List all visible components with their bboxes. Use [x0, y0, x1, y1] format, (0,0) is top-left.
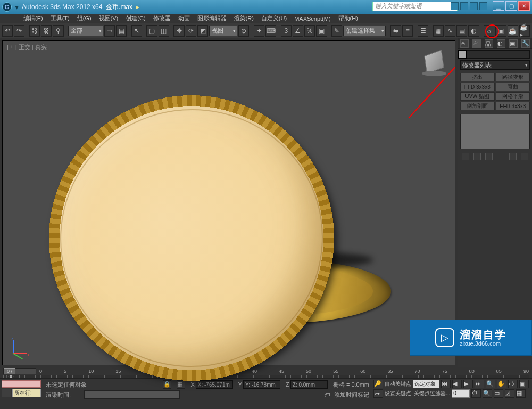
menu-customize[interactable]: 自定义(U): [258, 14, 290, 23]
menu-grapheditors[interactable]: 图形编辑器: [194, 14, 230, 23]
material-editor-button[interactable]: ◐: [468, 25, 479, 37]
object-color[interactable]: [458, 50, 467, 59]
maxscript-mini[interactable]: [2, 380, 41, 388]
key-big-icon[interactable]: 🗝: [373, 389, 383, 398]
menu-maxscript[interactable]: MAXScript(M): [291, 15, 334, 22]
close-button[interactable]: ✕: [518, 1, 530, 11]
frame-field[interactable]: 0: [452, 389, 470, 398]
percent-snap-button[interactable]: %: [304, 25, 315, 37]
manip-button[interactable]: ✦: [254, 25, 264, 37]
lock-icon[interactable]: [2, 389, 11, 397]
fov-icon[interactable]: ◿: [505, 389, 514, 398]
viewport[interactable]: [ + ] 正交 | 真实 ] zx: [2, 40, 455, 365]
refcoord-select[interactable]: 视图: [209, 26, 237, 36]
key-icon[interactable]: 🔑: [373, 380, 383, 388]
tag-icon[interactable]: 🏷: [324, 391, 330, 398]
mod-bend[interactable]: 弯曲: [496, 83, 530, 91]
app-logo[interactable]: G: [2, 2, 12, 12]
menu-help[interactable]: 帮助(H): [335, 14, 361, 23]
mod-meshsmooth[interactable]: 网格平滑: [496, 92, 530, 101]
select-name-button[interactable]: ▤: [116, 25, 127, 37]
pin-stack-icon[interactable]: [462, 153, 469, 160]
timeconfig-icon[interactable]: ⏱: [471, 389, 481, 398]
maximize-button[interactable]: ▢: [505, 1, 517, 11]
menu-edit[interactable]: 编辑(E): [20, 14, 46, 23]
play-start-icon[interactable]: ⏮: [441, 380, 451, 388]
menu-modifiers[interactable]: 修改器: [150, 14, 174, 23]
menu-animation[interactable]: 动画: [175, 14, 193, 23]
selection-filter[interactable]: 全部: [68, 26, 103, 36]
align-button[interactable]: ≡: [402, 25, 413, 37]
schematic-button[interactable]: ▤: [456, 25, 467, 37]
show-end-icon[interactable]: [473, 153, 481, 160]
menu-rendering[interactable]: 渲染(R): [231, 14, 257, 23]
layers-button[interactable]: ☰: [418, 25, 428, 37]
mod-extrude[interactable]: 挤出: [460, 73, 495, 81]
bind-button[interactable]: ⚲: [53, 25, 63, 37]
play-next-icon[interactable]: ⏭: [475, 380, 484, 388]
app-menu-icon[interactable]: ▾: [15, 3, 19, 11]
mod-uvw[interactable]: UVW 贴图: [460, 92, 495, 101]
script-listener[interactable]: [84, 390, 180, 399]
select-cursor-button[interactable]: ↖: [131, 25, 142, 37]
star-icon[interactable]: [470, 2, 478, 10]
time-slider-handle[interactable]: 0 / 100: [3, 368, 36, 374]
orbit-icon[interactable]: ⭯: [508, 380, 518, 388]
menu-tools[interactable]: 工具(T): [47, 14, 73, 23]
menu-group[interactable]: 组(G): [74, 14, 95, 23]
zoomext-icon[interactable]: ▭: [494, 389, 503, 398]
tab-utilities[interactable]: 🔧: [521, 39, 530, 48]
tab-display[interactable]: ▣: [509, 39, 518, 48]
render-button[interactable]: ☕: [508, 25, 518, 37]
add-time-tag[interactable]: 添加时间标记: [334, 391, 369, 399]
spinner-snap-button[interactable]: ▣: [316, 25, 327, 37]
move-button[interactable]: ✥: [173, 25, 184, 37]
rect-select-button[interactable]: ▢: [146, 25, 157, 37]
pivot-button[interactable]: ⊙: [238, 25, 249, 37]
zoom-icon[interactable]: 🔍: [486, 380, 495, 388]
minimize-button[interactable]: ▁: [493, 1, 504, 11]
make-unique-icon[interactable]: [485, 153, 493, 160]
keymode-button[interactable]: ⌨: [265, 25, 276, 37]
link-button[interactable]: ⛓: [29, 25, 40, 37]
y-coord[interactable]: Y: -16.78mm: [243, 380, 280, 389]
linenum-field[interactable]: 所在行:: [12, 389, 41, 397]
pan-icon[interactable]: ✋: [497, 380, 506, 388]
config-sets-icon[interactable]: [521, 153, 528, 160]
snap-button[interactable]: 3: [281, 25, 292, 37]
mod-bevelprofile[interactable]: 倒角剖面: [460, 102, 495, 110]
z-coord[interactable]: Z: 0.0mm: [290, 380, 328, 389]
mirror-button[interactable]: ⇋: [390, 25, 401, 37]
wrench-icon[interactable]: [460, 2, 468, 10]
selsets-field[interactable]: 选定对象: [413, 380, 439, 388]
curve-editor-button[interactable]: ∿: [445, 25, 455, 37]
redo-button[interactable]: ↷: [14, 25, 24, 37]
help-icon[interactable]: [479, 2, 487, 10]
play-icon2[interactable]: ▶: [463, 380, 473, 388]
window-crossing-button[interactable]: ◫: [159, 25, 169, 37]
viewcube[interactable]: [422, 51, 446, 75]
undo-button[interactable]: ↶: [2, 25, 13, 37]
object-name-input[interactable]: [460, 50, 530, 59]
mod-ffd2[interactable]: FFD 3x3x3: [496, 102, 530, 110]
binoculars-icon[interactable]: [451, 2, 459, 10]
graphite-button[interactable]: ▦: [433, 25, 444, 37]
play-prev-icon[interactable]: ◀: [452, 380, 462, 388]
rotate-button[interactable]: ⟳: [186, 25, 196, 37]
keyfilter-button[interactable]: 关键点过滤器...: [414, 390, 450, 397]
maxtoggle-icon[interactable]: ▦: [516, 389, 526, 398]
tab-motion[interactable]: ◐: [497, 39, 505, 48]
select-object-button[interactable]: ▭: [104, 25, 115, 37]
remove-mod-icon[interactable]: [509, 153, 517, 160]
menu-view[interactable]: 视图(V): [96, 14, 122, 23]
edit-named-button[interactable]: ✎: [331, 25, 342, 37]
setkey-button[interactable]: 设置关键点: [385, 390, 411, 397]
scale-button[interactable]: ◩: [197, 25, 208, 37]
angle-snap-button[interactable]: ∠: [293, 25, 303, 37]
autokey-button[interactable]: 自动关键点: [385, 380, 411, 388]
named-sets-select[interactable]: 创建选择集: [343, 26, 386, 36]
modifier-stack[interactable]: [460, 114, 530, 149]
tab-create[interactable]: ✳: [460, 39, 469, 48]
mod-pathdeform[interactable]: 路径变形: [496, 73, 530, 81]
search-input[interactable]: 键入关键字或短语: [372, 2, 458, 11]
